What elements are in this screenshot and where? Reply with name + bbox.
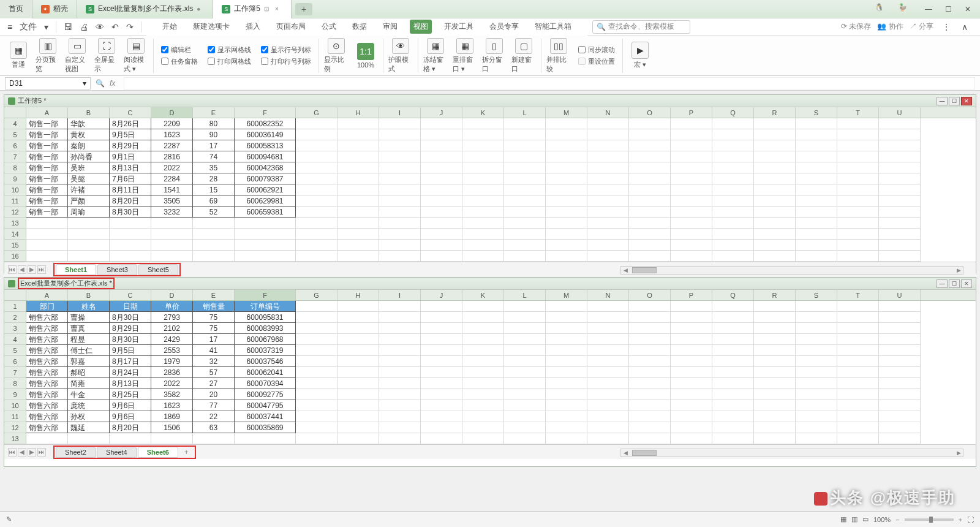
cell[interactable]: 销售一部 [26, 207, 68, 218]
cell[interactable] [879, 411, 921, 422]
ribbon-checkbox[interactable]: 任务窗格 [161, 57, 198, 66]
cell[interactable]: 销售六部 [26, 389, 68, 400]
cell[interactable] [379, 389, 421, 400]
cell[interactable]: 2284 [151, 173, 193, 184]
ribbon-tab[interactable]: 数据 [349, 20, 371, 34]
cell[interactable] [629, 411, 671, 422]
cell[interactable] [504, 301, 546, 312]
cell[interactable] [462, 207, 504, 218]
cell[interactable] [587, 334, 629, 345]
cell[interactable] [379, 218, 421, 229]
cell[interactable]: 销售一部 [26, 140, 68, 151]
cell[interactable] [421, 378, 462, 389]
ribbon-tab[interactable]: 开发工具 [440, 20, 477, 34]
ribbon-button[interactable]: ▦普通 [6, 38, 31, 74]
cell[interactable] [68, 433, 110, 444]
column-header[interactable]: R [754, 107, 796, 118]
cell[interactable] [754, 433, 796, 444]
ribbon-button[interactable]: ▯拆分窗口 [482, 38, 507, 74]
column-header[interactable]: Q [712, 290, 754, 300]
cell[interactable] [421, 207, 462, 218]
cell[interactable]: 8月11日 [110, 184, 151, 195]
cell[interactable] [796, 356, 837, 367]
cell[interactable]: 8月29日 [110, 140, 151, 151]
cell[interactable] [796, 129, 837, 140]
cell[interactable] [296, 173, 337, 184]
cell[interactable] [379, 323, 421, 334]
cell[interactable] [421, 162, 462, 173]
cell[interactable] [629, 378, 671, 389]
cell[interactable] [421, 389, 462, 400]
column-header[interactable]: D [151, 107, 193, 118]
cell[interactable]: 77 [193, 400, 235, 411]
cell[interactable] [504, 229, 546, 240]
cell[interactable] [754, 411, 796, 422]
cell[interactable] [379, 129, 421, 140]
cell[interactable] [546, 334, 587, 345]
cell[interactable]: 销售六部 [26, 323, 68, 334]
cell[interactable] [421, 334, 462, 345]
cell[interactable] [337, 323, 379, 334]
first-sheet-icon[interactable]: ⏮ [8, 265, 17, 274]
cell[interactable] [193, 218, 235, 229]
cell[interactable]: 销售一部 [26, 184, 68, 195]
cell[interactable] [462, 301, 504, 312]
cell[interactable] [879, 378, 921, 389]
cell[interactable] [754, 422, 796, 433]
cell[interactable] [629, 240, 671, 251]
cell[interactable] [796, 367, 837, 378]
column-header[interactable]: K [462, 290, 504, 300]
cell[interactable]: 销售六部 [26, 378, 68, 389]
row-header[interactable]: 1 [4, 301, 26, 312]
cell[interactable] [193, 433, 235, 444]
ribbon-checkbox[interactable]: 重设位置 [578, 57, 615, 66]
cell[interactable] [296, 345, 337, 356]
tab-docer[interactable]: ✦稻壳 [32, 0, 77, 18]
zoom-level[interactable]: 100% [873, 516, 891, 523]
cell[interactable] [379, 422, 421, 433]
ribbon-button[interactable]: ▥分页预览 [36, 38, 60, 74]
cell[interactable] [837, 151, 879, 162]
cell[interactable] [587, 229, 629, 240]
cell[interactable] [421, 173, 462, 184]
close-button[interactable]: ✕ [960, 3, 975, 15]
cell[interactable] [712, 162, 754, 173]
cell[interactable]: 郝昭 [68, 367, 110, 378]
cell[interactable] [629, 251, 671, 262]
cell[interactable] [879, 345, 921, 356]
cell[interactable]: 3232 [151, 207, 193, 218]
column-header[interactable]: H [337, 107, 379, 118]
cell[interactable] [712, 118, 754, 129]
row-header[interactable]: 7 [4, 151, 26, 162]
ribbon-checkbox[interactable]: 显示行号列标 [261, 45, 311, 55]
cell[interactable] [629, 129, 671, 140]
cell[interactable] [796, 151, 837, 162]
cell[interactable]: 销售一部 [26, 118, 68, 129]
cell[interactable] [712, 151, 754, 162]
cell[interactable] [837, 195, 879, 207]
cell[interactable] [754, 207, 796, 218]
cell[interactable]: 52 [193, 207, 235, 218]
cell[interactable] [379, 312, 421, 323]
cell[interactable] [879, 162, 921, 173]
cell[interactable] [68, 240, 110, 251]
cell[interactable]: 庞统 [68, 400, 110, 411]
cell[interactable] [712, 140, 754, 151]
cell[interactable] [337, 151, 379, 162]
select-all-corner[interactable] [4, 107, 26, 118]
sheet-tab[interactable]: Sheet4 [97, 447, 137, 458]
cell[interactable] [879, 356, 921, 367]
horizontal-scrollbar[interactable]: ◀▶ [620, 266, 963, 275]
cell[interactable] [462, 184, 504, 195]
cell[interactable] [337, 334, 379, 345]
cell[interactable] [26, 251, 68, 262]
ribbon-button[interactable]: ▦重排窗口 ▾ [453, 38, 477, 74]
more-icon[interactable]: ⋮ [940, 21, 953, 33]
maximize-button[interactable]: ☐ [949, 279, 960, 288]
cell[interactable]: 9月1日 [110, 151, 151, 162]
cell[interactable] [754, 323, 796, 334]
column-header[interactable]: U [879, 290, 921, 300]
cell[interactable] [504, 251, 546, 262]
cell[interactable] [379, 195, 421, 207]
cell[interactable] [754, 345, 796, 356]
